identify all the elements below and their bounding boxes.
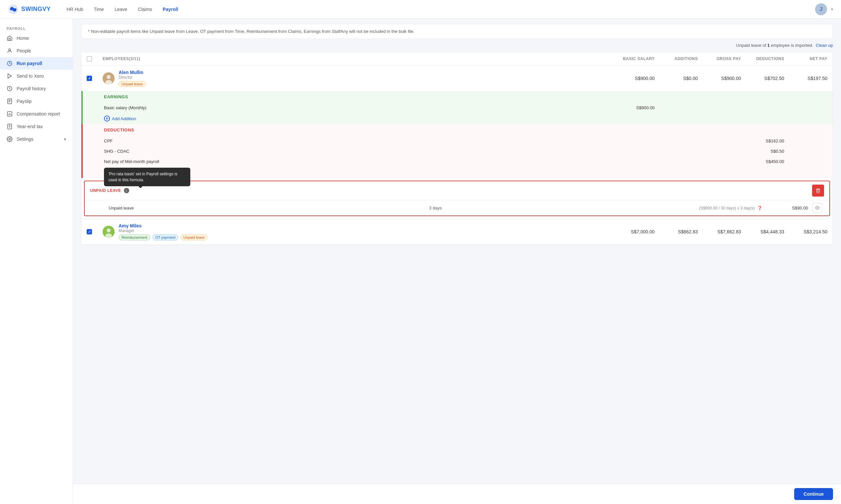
alen-tag-unpaid-leave: Unpaid leave xyxy=(119,81,146,87)
main-content: * Non-editable payroll items like Unpaid… xyxy=(73,19,841,504)
unpaid-formula-container: (S$900.00 / 30 days) x 3 day(s) ❓ xyxy=(458,205,762,211)
sidebar-item-home[interactable]: Home xyxy=(0,32,73,44)
unpaid-leave-value: S$90.00 xyxy=(765,205,808,211)
continue-button[interactable]: Continue xyxy=(794,488,833,500)
svg-point-1 xyxy=(8,49,11,51)
continue-bar: Continue xyxy=(73,484,841,504)
shg-row: SHG - CDAC S$0.50 xyxy=(83,146,833,156)
svg-point-13 xyxy=(107,229,111,232)
add-deduction-link[interactable]: + Add Deduction xyxy=(83,167,833,178)
shg-value: S$0.50 xyxy=(741,149,784,154)
amy-tag-reimbursement: Reimbursement xyxy=(119,234,150,240)
amy-net-pay: S$3,214.50 xyxy=(784,229,827,234)
settings-chevron-icon: ▾ xyxy=(64,137,66,141)
sidebar-item-payslip[interactable]: Payslip xyxy=(0,95,73,108)
sidebar-item-run-payroll[interactable]: Run payroll xyxy=(0,57,73,70)
amy-details: Amy Miles Manager Reimbursement OT payme… xyxy=(119,223,208,240)
formula-question-icon[interactable]: ❓ xyxy=(757,206,762,211)
amy-deductions: S$4,448.33 xyxy=(741,229,784,234)
col-basic-salary: BASIC SALARY xyxy=(605,56,655,61)
xero-icon xyxy=(7,73,13,79)
deductions-section: DEDUCTIONS CPF S$162.00 SHG - CDAC xyxy=(82,124,833,178)
import-note: Unpaid leave of 1 employee is imported. … xyxy=(81,43,833,48)
user-avatar[interactable]: J xyxy=(815,3,827,15)
sidebar-section-label: PAYROLL xyxy=(0,24,73,32)
unpaid-leave-label: Unpaid leave xyxy=(109,205,413,211)
cpf-row: CPF S$162.00 xyxy=(83,136,833,146)
col-gross-pay: GROSS PAY xyxy=(698,56,741,61)
unpaid-delete-button[interactable] xyxy=(812,185,824,197)
alen-avatar xyxy=(103,72,114,84)
payslip-icon xyxy=(7,98,13,104)
amy-avatar xyxy=(103,226,114,238)
employee-row-alen: ✓ Alen Mullin Director Unpaid xyxy=(82,66,833,91)
unpaid-info-icon[interactable]: i xyxy=(124,188,129,193)
shg-label: SHG - CDAC xyxy=(104,149,605,154)
sidebar-item-settings[interactable]: Settings ▾ xyxy=(0,133,73,145)
settings-icon xyxy=(7,136,13,142)
import-prefix: Unpaid leave of xyxy=(736,43,767,48)
alen-name[interactable]: Alen Mullin xyxy=(119,70,146,75)
earnings-section: EARNINGS Basic salary (Monthly) S$900.00… xyxy=(82,91,833,124)
select-all-checkbox[interactable] xyxy=(87,56,92,61)
amy-name[interactable]: Amy Miles xyxy=(119,223,208,229)
svg-point-7 xyxy=(9,139,11,140)
amy-gross-pay: S$7,662.83 xyxy=(698,229,741,234)
sidebar-item-people[interactable]: People xyxy=(0,44,73,57)
alen-checkbox[interactable]: ✓ xyxy=(87,76,103,81)
info-banner-text: * Non-editable payroll items like Unpaid… xyxy=(88,29,414,34)
sidebar-label-payroll-history: Payroll history xyxy=(17,86,46,91)
mid-month-value: S$450.00 xyxy=(741,159,784,164)
eye-icon xyxy=(812,203,822,213)
nav-claims[interactable]: Claims xyxy=(138,7,152,12)
table-header: EMPLOYEES(3/11) BASIC SALARY ADDITIONS G… xyxy=(82,52,833,66)
import-suffix: employee is imported. xyxy=(770,43,813,48)
deductions-section-header: DEDUCTIONS xyxy=(83,124,833,136)
sidebar-label-send-to-xero: Send to Xero xyxy=(17,73,44,79)
svg-point-9 xyxy=(107,75,111,79)
sidebar-item-compensation-report[interactable]: Compensation report xyxy=(0,108,73,120)
unpaid-leave-row: Unpaid leave 3 days (S$900.00 / 30 days)… xyxy=(85,200,829,215)
main-area: PAYROLL Home People Run payroll xyxy=(0,19,841,504)
deductions-title: DEDUCTIONS xyxy=(104,127,605,132)
content-padding: * Non-editable payroll items like Unpaid… xyxy=(73,19,841,272)
sidebar-item-payroll-history[interactable]: Payroll history xyxy=(0,82,73,95)
alen-basic-salary: S$900.00 xyxy=(605,76,655,81)
unpaid-eye-button[interactable] xyxy=(811,203,824,213)
amy-tag-ot: OT payment xyxy=(153,234,178,240)
col-employees: EMPLOYEES(3/11) xyxy=(103,56,605,61)
run-payroll-icon xyxy=(7,60,13,67)
nav-right: J ▾ xyxy=(815,3,833,15)
alen-checkbox-checked[interactable]: ✓ xyxy=(87,76,92,81)
amy-info: Amy Miles Manager Reimbursement OT payme… xyxy=(103,223,605,240)
nav-time[interactable]: Time xyxy=(94,7,104,12)
sidebar-label-home: Home xyxy=(17,36,29,41)
nav-hr-hub[interactable]: HR Hub xyxy=(67,7,83,12)
nav-leave[interactable]: Leave xyxy=(114,7,127,12)
amy-checkbox-checked[interactable]: ✓ xyxy=(87,229,92,234)
cpf-label: CPF xyxy=(104,139,605,143)
sidebar-label-payslip: Payslip xyxy=(17,98,32,104)
sidebar-item-year-end-tax[interactable]: Year-end tax xyxy=(0,120,73,133)
amy-checkbox[interactable]: ✓ xyxy=(87,229,103,234)
col-deductions: DEDUCTIONS xyxy=(741,56,784,61)
nav-dropdown-icon[interactable]: ▾ xyxy=(831,7,833,12)
amy-additions: S$662.83 xyxy=(655,229,698,234)
add-addition-link[interactable]: + Add Addition xyxy=(83,113,833,124)
clean-up-link[interactable]: Clean up xyxy=(816,43,833,48)
basic-salary-value: S$900.00 xyxy=(605,105,655,110)
sidebar-label-people: People xyxy=(17,48,31,53)
unpaid-info-tooltip-container: i 'Pro rata basis' set in Payroll settin… xyxy=(124,188,129,193)
logo: SWINGVY xyxy=(8,4,51,15)
alen-info: Alen Mullin Director Unpaid leave xyxy=(103,70,605,87)
unpaid-title: UNPAID LEAVE xyxy=(90,188,121,193)
delete-icon xyxy=(812,185,824,197)
amy-title: Manager xyxy=(119,229,208,233)
swingvy-logo-icon xyxy=(8,4,19,15)
nav-payroll[interactable]: Payroll xyxy=(163,7,178,12)
top-nav: SWINGVY HR Hub Time Leave Claims Payroll… xyxy=(0,0,841,19)
add-addition-icon: + xyxy=(104,115,110,122)
app-container: SWINGVY HR Hub Time Leave Claims Payroll… xyxy=(0,0,841,504)
sidebar-item-send-to-xero[interactable]: Send to Xero xyxy=(0,70,73,82)
header-checkbox[interactable] xyxy=(87,56,103,61)
